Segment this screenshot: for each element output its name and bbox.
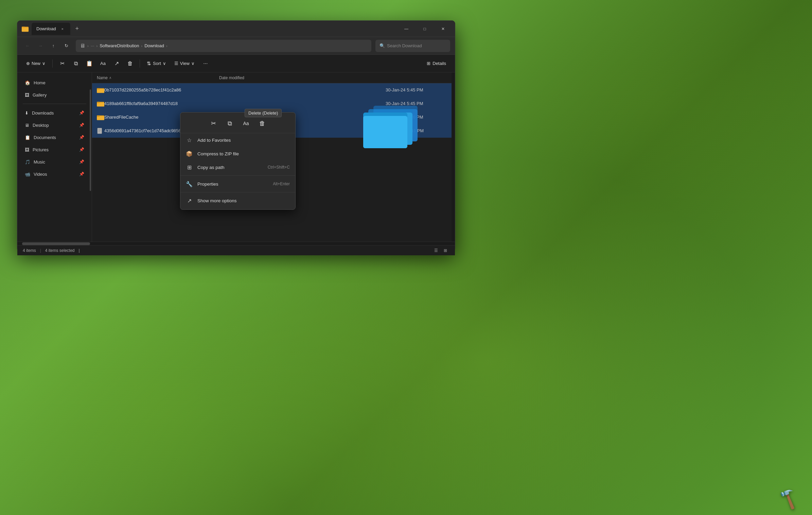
- sidebar-item-music[interactable]: 🎵 Music 📌: [19, 156, 90, 168]
- status-bar: 4 items | 4 items selected | ☰ ⊞: [17, 245, 455, 255]
- tab-label: Download: [36, 26, 56, 31]
- hscroll-thumb[interactable]: [22, 242, 90, 245]
- horizontal-scrollbar[interactable]: [17, 242, 455, 245]
- svg-rect-5: [97, 88, 100, 89]
- selected-count: 4 items selected: [45, 248, 75, 253]
- ctx-copy-btn[interactable]: ⧉: [222, 117, 237, 130]
- col-name-header[interactable]: Name ∧: [97, 75, 219, 80]
- new-icon: ⊕: [26, 61, 30, 66]
- monitor-icon: 🖥: [80, 43, 85, 49]
- svg-rect-22: [363, 116, 407, 148]
- refresh-btn[interactable]: ↻: [61, 40, 72, 51]
- ctx-rename-btn[interactable]: Aa: [239, 117, 253, 130]
- col-name-label: Name: [97, 75, 108, 80]
- grid-view-btn[interactable]: ⊞: [441, 246, 449, 255]
- paste-btn[interactable]: 📋: [83, 57, 95, 70]
- title-bar: Download × + — □ ✕: [17, 21, 455, 37]
- sidebar-divider: [23, 104, 86, 104]
- rename-btn[interactable]: Aa: [97, 57, 109, 70]
- up-btn[interactable]: ↑: [48, 40, 59, 51]
- sidebar-item-videos[interactable]: 📹 Videos 📌: [19, 168, 90, 180]
- copy-btn[interactable]: ⧉: [70, 57, 82, 70]
- sidebar-item-gallery[interactable]: 🖼 Gallery: [19, 89, 90, 101]
- delete-tooltip-text: Delete (Delete): [248, 110, 278, 116]
- search-box[interactable]: 🔍 Search Download: [375, 40, 450, 52]
- music-icon: 🎵: [25, 159, 30, 165]
- col-date-label: Date modified: [219, 75, 244, 80]
- file-icon-3: [97, 127, 104, 135]
- sidebar: 🏠 Home 🖼 Gallery ⬇ Downloads 📌 🖥 Desktop…: [17, 72, 92, 242]
- folder-icon-1: [97, 100, 104, 107]
- search-icon: 🔍: [379, 43, 385, 48]
- close-btn[interactable]: ✕: [435, 23, 451, 34]
- documents-icon: 📋: [25, 135, 30, 140]
- ctx-compress-label: Compress to ZIP file: [197, 151, 285, 156]
- forward-btn[interactable]: →: [35, 40, 46, 51]
- sidebar-item-downloads[interactable]: ⬇ Downloads 📌: [19, 107, 90, 119]
- ctx-properties[interactable]: 🔧 Properties Alt+Enter: [180, 177, 295, 191]
- downloads-label: Downloads: [32, 110, 54, 116]
- videos-pin-icon: 📌: [79, 172, 84, 176]
- file-list-header: Name ∧ Date modified: [92, 72, 452, 83]
- file-list-scrollbar[interactable]: [452, 72, 455, 242]
- view-btn[interactable]: ☰ View ∨: [171, 57, 198, 70]
- file-name-0: 0b71037d2280255a5b728ec1f41c2a86: [104, 87, 386, 92]
- desktop-icon: 🖥: [25, 123, 29, 128]
- sort-arrow-icon: ∧: [109, 76, 111, 80]
- pictures-pin-icon: 📌: [79, 147, 84, 152]
- status-view-icons: ☰ ⊞: [432, 246, 449, 255]
- ctx-add-favorites[interactable]: ☆ Add to Favorites: [180, 133, 295, 147]
- sidebar-item-pictures[interactable]: 🖼 Pictures 📌: [19, 143, 90, 156]
- search-placeholder: Search Download: [387, 43, 422, 48]
- sidebar-item-desktop[interactable]: 🖥 Desktop 📌: [19, 119, 90, 131]
- ctx-delete-btn[interactable]: 🗑: [255, 117, 270, 130]
- ctx-cut-btn[interactable]: ✂: [206, 117, 221, 130]
- cut-btn[interactable]: ✂: [56, 57, 68, 70]
- sidebar-item-home[interactable]: 🏠 Home: [19, 76, 90, 89]
- address-box[interactable]: 🖥 › ··· › SoftwareDistribution › Downloa…: [76, 40, 371, 52]
- compress-icon: 📦: [186, 150, 193, 157]
- list-view-btn[interactable]: ☰: [432, 246, 440, 255]
- ctx-copy-path[interactable]: ⊞ Copy as path Ctrl+Shift+C: [180, 160, 295, 174]
- back-btn[interactable]: ←: [22, 40, 33, 51]
- svg-rect-1: [22, 27, 29, 32]
- context-menu: ✂ ⧉ Aa 🗑 ☆ Add to Favorites 📦 Compress t…: [180, 112, 296, 210]
- more-btn[interactable]: ···: [199, 57, 212, 70]
- share-btn[interactable]: ↗: [110, 57, 123, 70]
- tab-download[interactable]: Download ×: [32, 23, 70, 35]
- sort-btn[interactable]: ⇅ Sort ∨: [143, 57, 170, 70]
- delete-btn[interactable]: 🗑: [124, 57, 136, 70]
- file-row-0[interactable]: 0b71037d2280255a5b728ec1f41c2a86 30-Jan-…: [92, 83, 452, 97]
- folder-icon-2: [97, 114, 104, 121]
- ctx-compress-zip[interactable]: 📦 Compress to ZIP file: [180, 147, 295, 160]
- new-btn[interactable]: ⊕ New ∨: [23, 57, 49, 70]
- desktop-pin-icon: 📌: [79, 123, 84, 127]
- ctx-separator-2: [180, 192, 295, 192]
- sidebar-item-documents[interactable]: 📋 Documents 📌: [19, 131, 90, 143]
- file-name-1: 4189ab661ff8cfaf9a6a394974487d18: [104, 101, 386, 106]
- home-label: Home: [34, 80, 46, 85]
- ctx-copy-path-label: Copy as path: [197, 165, 263, 170]
- svg-rect-2: [22, 27, 25, 28]
- copy-path-icon: ⊞: [186, 164, 193, 171]
- hammer-icon: 🔨: [775, 486, 801, 511]
- col-date-header[interactable]: Date modified: [219, 75, 280, 80]
- sidebar-scrollbar[interactable]: [90, 89, 91, 191]
- address-bar-row: ← → ↑ ↻ 🖥 › ··· › SoftwareDistribution ›…: [17, 37, 455, 55]
- maximize-btn[interactable]: □: [417, 23, 433, 34]
- details-btn[interactable]: ⊞ Details: [423, 57, 449, 70]
- sort-label: Sort: [153, 61, 161, 66]
- new-chevron: ∨: [42, 61, 46, 66]
- music-label: Music: [34, 159, 45, 165]
- svg-rect-8: [97, 102, 100, 103]
- ctx-show-more[interactable]: ↗ Show more options: [180, 194, 295, 207]
- tab-close-btn[interactable]: ×: [59, 26, 66, 32]
- window-controls: — □ ✕: [399, 23, 451, 34]
- ctx-separator: [180, 175, 295, 176]
- minimize-btn[interactable]: —: [399, 23, 414, 34]
- new-tab-btn[interactable]: +: [72, 23, 83, 34]
- address-more: ···: [91, 43, 94, 48]
- address-path-1: SoftwareDistribution: [100, 43, 139, 48]
- window-folder-icon: [21, 25, 29, 33]
- pictures-label: Pictures: [33, 147, 49, 152]
